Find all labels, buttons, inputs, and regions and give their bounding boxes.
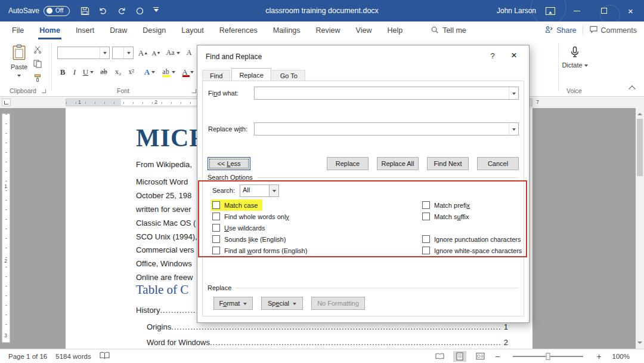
underline-button[interactable]: U [81, 66, 95, 78]
word-count[interactable]: 5184 words [55, 353, 91, 360]
collapse-ribbon-icon[interactable] [628, 85, 635, 92]
find-next-button[interactable]: Find Next [427, 157, 469, 170]
repeat-icon[interactable] [135, 7, 144, 16]
font-name-combobox[interactable] [57, 47, 110, 59]
dictate-button[interactable]: Dictate [559, 45, 590, 69]
checkbox-match-suffix[interactable]: Match suffix [422, 212, 469, 221]
font-color-button[interactable]: A [180, 66, 196, 78]
tab-layout[interactable]: Layout [180, 21, 205, 39]
checkbox-icon[interactable] [422, 235, 430, 243]
title-bar[interactable]: AutoSave Off classroom training document… [0, 0, 644, 21]
tab-mailings[interactable]: Mailings [272, 21, 302, 39]
dropdown-arrow-icon[interactable] [509, 87, 518, 99]
no-formatting-button[interactable]: No Formatting [311, 297, 365, 310]
save-icon[interactable] [80, 7, 89, 16]
checkbox-icon[interactable] [212, 235, 220, 243]
paste-button[interactable]: Paste [7, 44, 31, 79]
checkbox-icon[interactable] [212, 247, 220, 254]
scrollbar-thumb[interactable] [637, 119, 643, 176]
replace-with-value[interactable] [255, 123, 509, 135]
replace-with-combobox[interactable] [254, 122, 519, 136]
checkbox-icon[interactable] [212, 224, 220, 232]
tab-references[interactable]: References [218, 21, 259, 39]
dropdown-arrow-icon[interactable] [509, 123, 518, 135]
toc-entry[interactable]: Origins1 [147, 322, 508, 331]
shrink-font-button[interactable]: A▼ [150, 47, 162, 59]
zoom-level[interactable]: 100% [612, 353, 630, 360]
redo-icon[interactable] [117, 7, 126, 16]
zoom-slider[interactable] [513, 356, 583, 357]
grow-font-button[interactable]: A▲ [137, 47, 149, 59]
special-button[interactable]: Special [261, 297, 303, 310]
strikethrough-button[interactable]: ab [98, 66, 110, 78]
tab-home[interactable]: Home [38, 21, 61, 39]
tab-stop-selector[interactable] [2, 99, 11, 106]
print-layout-icon[interactable] [453, 351, 466, 362]
undo-icon[interactable] [98, 7, 108, 16]
tab-help[interactable]: Help [386, 21, 404, 39]
scroll-up-icon[interactable] [637, 110, 642, 115]
checkbox-use-wildcards[interactable]: Use wildcards [212, 223, 265, 232]
vertical-scrollbar[interactable] [636, 108, 644, 349]
checkbox-match-prefix[interactable]: Match prefix [422, 201, 470, 210]
checkbox-find-whole-words[interactable]: Find whole words only [212, 212, 289, 221]
format-button[interactable]: Format [213, 297, 253, 310]
customize-toolbar-icon[interactable] [153, 7, 159, 14]
zoom-out-button[interactable]: − [494, 352, 501, 361]
tell-me-search[interactable]: Tell me [431, 26, 466, 36]
account-name[interactable]: John Larson [497, 7, 536, 15]
copy-icon[interactable] [33, 60, 42, 69]
minimize-button[interactable] [564, 0, 590, 21]
replace-all-button[interactable]: Replace All [377, 157, 419, 170]
dialog-help-button[interactable]: ? [487, 51, 498, 60]
search-direction-combobox[interactable]: All [240, 184, 279, 197]
page-indicator[interactable]: Page 1 of 16 [8, 353, 47, 360]
bold-button[interactable]: B [57, 66, 68, 78]
search-direction-value[interactable]: All [240, 185, 269, 196]
less-button[interactable]: << Less [208, 157, 250, 170]
proofing-icon[interactable] [100, 352, 110, 361]
cut-icon[interactable] [33, 45, 42, 55]
dialog-close-button[interactable]: × [505, 48, 523, 63]
dropdown-arrow-icon[interactable] [123, 47, 133, 59]
read-mode-icon[interactable] [433, 351, 446, 362]
checkbox-match-case[interactable]: Match case [211, 199, 262, 211]
checkbox-find-all-word-forms[interactable]: Find all word forms (English) [212, 246, 307, 255]
autosave-toggle[interactable]: AutoSave Off [8, 6, 70, 16]
vertical-ruler[interactable]: 1 2 3 [2, 113, 10, 343]
tab-design[interactable]: Design [141, 21, 167, 39]
share-button[interactable]: Share [544, 25, 576, 36]
format-painter-icon[interactable] [33, 74, 42, 84]
text-highlight-button[interactable]: ab [160, 66, 178, 78]
web-layout-icon[interactable] [473, 351, 487, 362]
clear-formatting-button[interactable]: A [184, 47, 194, 59]
close-window-button[interactable]: × [617, 0, 644, 21]
text-effects-button[interactable]: A [142, 66, 157, 78]
zoom-slider-thumb[interactable] [546, 353, 550, 360]
checkbox-ignore-whitespace[interactable]: Ignore white-space characters [422, 246, 522, 255]
find-what-value[interactable] [255, 87, 509, 99]
checkbox-sounds-like[interactable]: Sounds like (English) [212, 235, 286, 244]
tab-replace[interactable]: Replace [231, 68, 271, 81]
tab-view[interactable]: View [355, 21, 373, 39]
comments-button[interactable]: Comments [589, 25, 637, 36]
tab-draw[interactable]: Draw [109, 21, 128, 39]
checkbox-icon[interactable] [422, 213, 430, 220]
clipboard-dialog-launcher-icon[interactable] [42, 89, 46, 93]
tab-find[interactable]: Find [202, 70, 230, 81]
cancel-button[interactable]: Cancel [477, 157, 519, 170]
replace-button[interactable]: Replace [327, 157, 369, 170]
italic-button[interactable]: I [70, 66, 79, 78]
zoom-in-button[interactable]: + [595, 352, 602, 361]
checkbox-ignore-punctuation[interactable]: Ignore punctuation characters [422, 235, 521, 244]
dropdown-arrow-icon[interactable] [269, 185, 278, 196]
ribbon-display-options-icon[interactable] [546, 7, 555, 15]
font-dialog-launcher-icon[interactable] [192, 89, 196, 93]
tab-review[interactable]: Review [315, 21, 342, 39]
autosave-pill[interactable]: Off [44, 6, 70, 16]
tab-goto[interactable]: Go To [273, 70, 305, 81]
maximize-button[interactable] [590, 0, 617, 21]
scroll-down-icon[interactable] [637, 342, 642, 346]
font-size-combobox[interactable] [112, 47, 134, 59]
checkbox-icon[interactable] [422, 201, 430, 209]
